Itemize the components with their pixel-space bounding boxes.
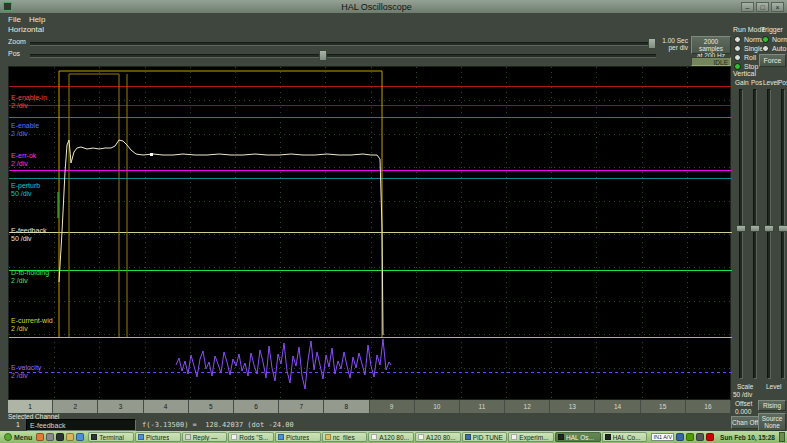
taskbar-window-list: TerminalPicturesReply —Rods "S...Picture… (88, 432, 647, 442)
channel-tab-7[interactable]: 7 (279, 400, 324, 413)
window-app-icon (138, 434, 144, 440)
window-title: HAL Oscilloscope (12, 2, 741, 12)
taskbar-window-button[interactable]: Reply — (182, 432, 228, 442)
taskbar-window-button[interactable]: A120 80... (415, 432, 461, 442)
pos-slider[interactable] (30, 54, 656, 58)
radio-icon[interactable] (734, 45, 741, 52)
volume-icon[interactable] (696, 433, 704, 441)
time-per-div-unit: per div (652, 44, 688, 51)
window-app-icon (231, 434, 237, 440)
channel-tab-11[interactable]: 11 (460, 400, 505, 413)
trigger-pos-slider[interactable] (781, 89, 785, 379)
channel-tab-16[interactable]: 16 (686, 400, 731, 413)
gain-slider[interactable] (739, 89, 743, 379)
window-app-icon (91, 434, 97, 440)
taskbar-window-button[interactable]: HAL Co... (602, 432, 648, 442)
monitor-icon[interactable] (76, 433, 84, 441)
radio-icon[interactable] (762, 45, 769, 52)
channel-tab-6[interactable]: 6 (234, 400, 279, 413)
scope-display[interactable]: E-enable-in2 /divE-enable2 /divE-err-ok2… (8, 66, 731, 400)
scale-label: Scale (737, 383, 753, 390)
window-app-icon (325, 434, 331, 440)
channel-tab-13[interactable]: 13 (550, 400, 595, 413)
taskbar-window-button[interactable]: A120 80... (368, 432, 414, 442)
close-button[interactable]: × (771, 2, 784, 12)
force-button[interactable]: Force (759, 54, 786, 67)
taskbar-window-button[interactable]: Pictures (275, 432, 321, 442)
vertical-pos-label: Pos (751, 79, 762, 86)
terminal-icon[interactable] (56, 433, 64, 441)
taskbar-window-button[interactable]: Pictures (135, 432, 181, 442)
channel-name-input[interactable] (26, 419, 136, 431)
zoom-slider[interactable] (30, 42, 656, 46)
rising-button[interactable]: Rising (758, 400, 786, 411)
taskbar-window-button[interactable]: Terminal (88, 432, 134, 442)
offset-value[interactable]: 0.000 (735, 408, 751, 415)
taskbar-window-button[interactable]: Rods "S... (228, 432, 274, 442)
browser-icon[interactable] (36, 433, 44, 441)
radio-icon[interactable] (734, 54, 741, 61)
source-value: None (759, 422, 785, 429)
radio-icon[interactable] (734, 36, 741, 43)
taskbar-window-button[interactable]: HAL Os... (555, 432, 601, 442)
channel-tab-9[interactable]: 9 (370, 400, 415, 413)
status-idle-bar: IDLE (691, 57, 731, 66)
taskbar-window-button[interactable]: Experim... (508, 432, 554, 442)
level-section-label: Level (766, 383, 782, 390)
radio-label: Auto (772, 45, 786, 52)
trigger-option-auto[interactable]: Auto (762, 44, 787, 53)
chan-off-button[interactable]: Chan Off (731, 416, 759, 429)
level-slider[interactable] (767, 89, 771, 379)
samples-line1: 2000 samples (692, 38, 730, 52)
trigger-option-normal[interactable]: Normal (762, 35, 787, 44)
updates-icon[interactable] (686, 433, 694, 441)
offset-label: Offset (735, 400, 752, 407)
network-icon[interactable] (676, 433, 684, 441)
taskbar-clock[interactable]: Sun Feb 10, 15:28 (720, 434, 775, 441)
minimize-button[interactable]: – (741, 2, 754, 12)
channel-label: E-enable (11, 122, 39, 129)
channel-tab-8[interactable]: 8 (324, 400, 369, 413)
channel-tab-10[interactable]: 10 (415, 400, 460, 413)
settings-icon[interactable] (46, 433, 54, 441)
channel-tab-15[interactable]: 15 (641, 400, 686, 413)
radio-label: Normal (772, 36, 787, 43)
notification-icon[interactable] (706, 433, 714, 441)
taskbar-menu-button[interactable]: Menu (0, 431, 36, 443)
vertical-pos-slider[interactable] (753, 89, 757, 379)
taskbar-window-button[interactable]: nc_files (322, 432, 368, 442)
vertical-pos-slider-handle[interactable] (750, 225, 760, 232)
radio-icon[interactable] (762, 36, 769, 43)
channel-label: E-perturb (11, 182, 40, 190)
tray-indicator[interactable]: IN1 A/V (651, 433, 674, 441)
window-app-icon (418, 434, 424, 440)
window-button-label: nc_files (333, 434, 355, 441)
pos-slider-handle[interactable] (319, 50, 327, 61)
trigger-pos-label: Pos (778, 79, 787, 86)
taskbar-window-button[interactable]: PID TUNE (462, 432, 508, 442)
gain-slider-handle[interactable] (736, 225, 746, 232)
files-icon[interactable] (66, 433, 74, 441)
taskbar: Menu TerminalPicturesReply —Rods "S...Pi… (0, 431, 787, 443)
channel-tab-5[interactable]: 5 (189, 400, 234, 413)
channel-tab-12[interactable]: 12 (505, 400, 550, 413)
channel-tab-3[interactable]: 3 (98, 400, 143, 413)
trigger-pos-slider-handle[interactable] (778, 225, 787, 232)
channel-tab-14[interactable]: 14 (595, 400, 640, 413)
window-button-label: PID TUNE (473, 434, 503, 441)
source-button[interactable]: Source None (758, 413, 786, 431)
channel-tab-2[interactable]: 2 (53, 400, 98, 413)
show-desktop-button[interactable] (779, 432, 785, 442)
channel-tab-4[interactable]: 4 (144, 400, 189, 413)
titlebar[interactable]: HAL Oscilloscope – □ × (0, 0, 787, 13)
samples-button[interactable]: 2000 samples at 200 Hz (691, 36, 731, 54)
menu-file[interactable]: File (8, 15, 21, 24)
menu-logo-icon (4, 433, 12, 441)
maximize-button[interactable]: □ (756, 2, 769, 12)
menu-help[interactable]: Help (29, 15, 45, 24)
radio-label: Stop (744, 63, 758, 70)
radio-icon[interactable] (734, 63, 741, 70)
channel-tab-1[interactable]: 1 (8, 400, 53, 413)
window-button-label: Pictures (286, 434, 309, 441)
level-slider-handle[interactable] (764, 225, 774, 232)
